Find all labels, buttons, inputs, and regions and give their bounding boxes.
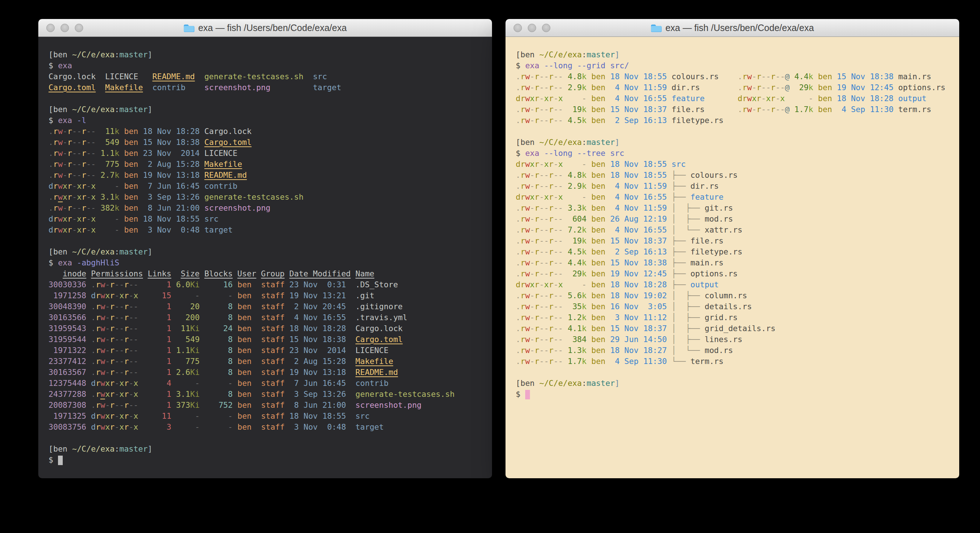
- text-run: $: [49, 455, 58, 464]
- text-run: [172, 335, 176, 344]
- text-run: x: [77, 214, 82, 223]
- text-run: [96, 171, 101, 180]
- text-run: r: [549, 302, 554, 311]
- terminal-line: .rw-r--r-- 775 ben 2 Aug 15:28 Makefile: [49, 159, 492, 170]
- text-run: r: [535, 225, 539, 235]
- text-run: -: [554, 302, 558, 311]
- zoom-button[interactable]: [75, 24, 83, 32]
- terminal-line: 1971322 .rw-r--r-- 1 1.1Ki 8 ben staff 2…: [49, 345, 492, 356]
- text-run: │ ├──: [671, 313, 705, 322]
- text-run: [894, 105, 898, 114]
- terminal-line: drwxr-xr-x - ben 18 Nov 18:55 src: [49, 214, 492, 225]
- text-run: 382: [100, 203, 115, 212]
- text-run: [587, 116, 591, 125]
- text-run: [251, 422, 261, 431]
- text-run: w: [58, 214, 63, 223]
- text-run: [251, 401, 261, 410]
- text-run: 19 Nov 12:45: [610, 269, 667, 278]
- text-run: [346, 389, 356, 399]
- text-run: -: [558, 291, 563, 300]
- text-run: w: [525, 171, 530, 180]
- text-run: -: [558, 72, 563, 81]
- text-run: -: [539, 203, 544, 212]
- text-run: r: [95, 368, 100, 377]
- terminal-screen-left[interactable]: [ben ~/C/e/exa:master]$ exaCargo.lock LI…: [38, 37, 492, 478]
- text-run: [185, 83, 204, 92]
- text-run: r: [535, 171, 539, 180]
- text-run: x: [530, 192, 535, 201]
- text-run: ben: [591, 280, 605, 289]
- text-run: [285, 269, 289, 278]
- text-run: README.md: [204, 171, 247, 180]
- text-run: [138, 378, 148, 388]
- text-run: contrib: [204, 182, 237, 191]
- text-run: --long --grid: [544, 61, 605, 70]
- terminal-screen-right[interactable]: [ben ~/C/e/exa:master]$ exa --long --gri…: [506, 37, 959, 478]
- window-titlebar[interactable]: exa — fish /Users/ben/Code/exa/exa: [506, 19, 959, 37]
- text-run: x: [63, 182, 67, 191]
- text-run: -: [204, 422, 233, 431]
- text-run: d: [91, 422, 96, 431]
- text-run: x: [105, 378, 110, 388]
- text-run: ben: [591, 335, 605, 344]
- text-run: r: [124, 357, 129, 366]
- text-run: -: [105, 313, 110, 322]
- close-button[interactable]: [514, 24, 522, 32]
- text-run: [667, 291, 671, 300]
- text-run: [ben: [516, 378, 539, 388]
- text-run: -: [544, 313, 549, 322]
- close-button[interactable]: [46, 24, 55, 32]
- terminal-line: 30048390 .rw-r--r-- 1 20 8 ben staff 2 N…: [49, 301, 492, 312]
- text-run: [605, 148, 610, 158]
- zoom-button[interactable]: [542, 24, 550, 32]
- text-run: x: [91, 225, 96, 235]
- text-run: -: [129, 335, 134, 344]
- text-run: :: [582, 378, 587, 388]
- text-run: │ ├──: [671, 214, 705, 223]
- text-run: ]: [615, 50, 620, 59]
- text-run: [199, 269, 204, 278]
- text-run: [138, 225, 143, 235]
- terminal-line: 31959544 .rw-r--r-- 1 549 8 ben staff 15…: [49, 334, 492, 345]
- text-run: [199, 378, 204, 388]
- text-run: [138, 335, 148, 344]
- text-run: 373: [176, 401, 190, 410]
- text-run: r: [520, 72, 525, 81]
- window-titlebar[interactable]: exa — fish /Users/ben/Code/exa/exa: [38, 19, 492, 37]
- text-run: ben: [237, 389, 251, 399]
- minimize-button[interactable]: [528, 24, 536, 32]
- text-run: master: [587, 378, 615, 388]
- text-run: [605, 247, 610, 256]
- terminal-line: $ exa -abghHliS: [49, 257, 492, 268]
- text-run: 6.0: [176, 280, 190, 289]
- terminal-line: $: [49, 455, 492, 466]
- terminal-line: $: [516, 389, 959, 400]
- text-run: -: [63, 203, 67, 212]
- text-run: r: [110, 422, 115, 431]
- text-run: ben: [591, 72, 605, 81]
- text-run: r: [535, 324, 539, 333]
- text-run: [138, 422, 148, 431]
- text-run: [346, 357, 356, 366]
- text-run: w: [525, 105, 530, 114]
- text-run: -: [554, 324, 558, 333]
- text-run: [72, 258, 77, 267]
- text-run: [96, 127, 101, 136]
- terminal-line: [ben ~/C/e/exa:master]: [516, 378, 959, 389]
- text-run: [587, 192, 591, 201]
- text-run: $: [516, 148, 525, 158]
- text-run: [199, 171, 204, 180]
- text-run: k: [582, 105, 587, 114]
- text-run: -: [129, 412, 134, 421]
- text-run: [138, 182, 143, 191]
- text-run: [251, 291, 261, 300]
- text-run: -: [539, 192, 544, 201]
- text-run: README.md: [356, 368, 398, 377]
- text-run: ]: [148, 105, 153, 114]
- minimize-button[interactable]: [60, 24, 69, 32]
- text-run: d: [91, 291, 96, 300]
- text-run: k: [582, 225, 587, 235]
- text-run: 4 Nov 11:59: [610, 203, 667, 212]
- text-run: -: [86, 148, 91, 158]
- text-run: ├──: [671, 171, 690, 180]
